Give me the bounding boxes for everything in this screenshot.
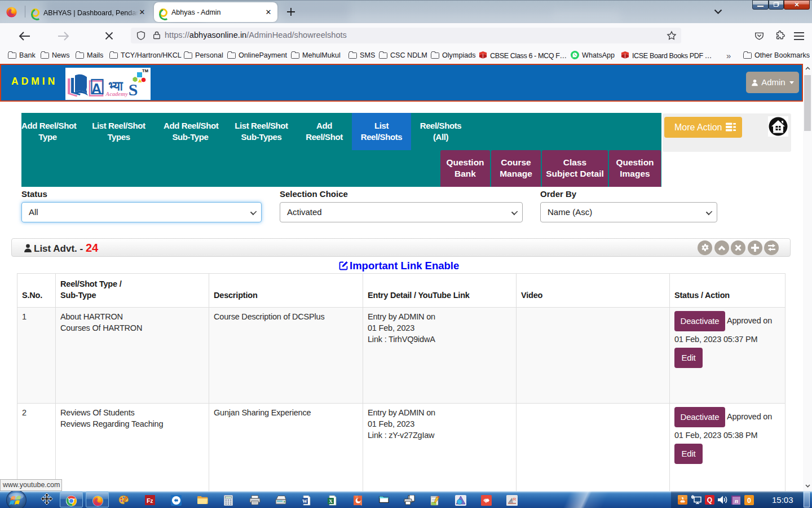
svg-text:S: S [129, 80, 138, 99]
svg-text:0: 0 [747, 497, 751, 505]
svg-text:A: A [91, 81, 102, 97]
svg-text:z: z [151, 498, 153, 504]
svg-text:n: n [735, 497, 738, 504]
svg-text:Academy: Academy [105, 91, 128, 97]
svg-text:TM: TM [142, 68, 148, 73]
svg-text:X: X [329, 498, 333, 504]
svg-text:W: W [302, 498, 307, 504]
svg-text:Q: Q [707, 496, 712, 504]
svg-text:R: R [513, 497, 517, 502]
